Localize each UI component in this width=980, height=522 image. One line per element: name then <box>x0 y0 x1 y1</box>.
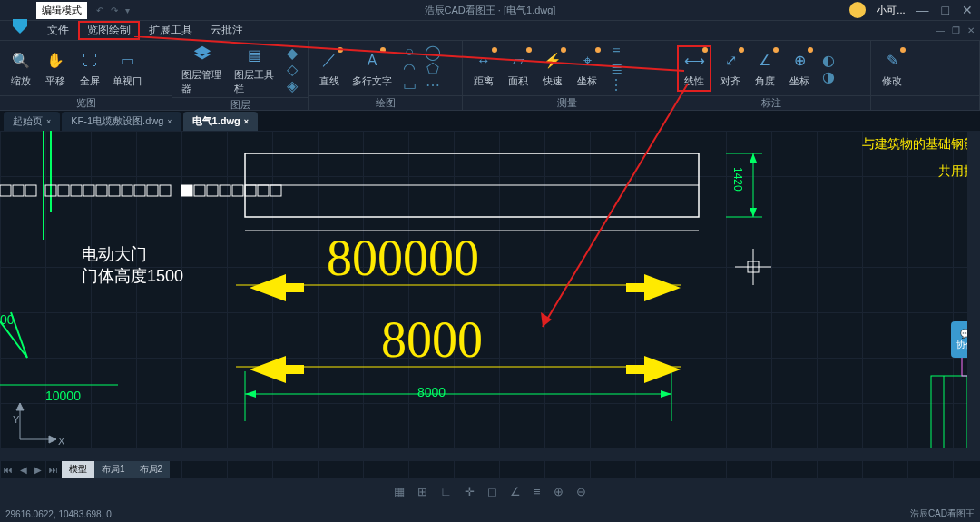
tool-layer-manager[interactable]: 图层管理器 <box>178 41 227 97</box>
tab-kf1[interactable]: KF-1电缆敷设图.dwg× <box>62 112 181 131</box>
grid-icon[interactable]: ⊞ <box>417 485 427 498</box>
layout-nav-last-icon[interactable]: ⏭ <box>45 465 62 475</box>
status-icons: ▦ ⊞ ∟ ✛ ◻ ∠ ≡ ⊕ ⊖ <box>0 478 980 506</box>
tool-linear[interactable]: ⟷线性 <box>677 45 711 92</box>
tool-line[interactable]: ／直线 <box>314 47 345 90</box>
mini-minimize-icon[interactable]: — <box>936 25 945 35</box>
measure-mini-2-icon[interactable]: ≣ <box>606 61 626 75</box>
polar-icon[interactable]: ✛ <box>465 485 475 498</box>
zoom-minus-icon[interactable]: ⊖ <box>576 485 586 498</box>
svg-rect-7 <box>25 185 36 196</box>
snap-icon[interactable]: ▦ <box>394 485 405 498</box>
osnap-icon[interactable]: ◻ <box>487 485 497 498</box>
layout-nav-first-icon[interactable]: ⏮ <box>0 465 16 475</box>
tab-close-icon[interactable]: × <box>167 117 172 126</box>
tool-mtext[interactable]: A多行文字 <box>348 47 396 90</box>
drawing-viewport[interactable]: 电动大门 门体高度1500 00 10000 8000 1420 与建筑物的基础… <box>0 131 980 478</box>
tool-modify[interactable]: ✎修改 <box>877 47 907 90</box>
layer-toolbar-icon: ▤ <box>242 43 266 66</box>
menu-ext-tools[interactable]: 扩展工具 <box>140 21 201 40</box>
tool-coord-measure[interactable]: ⌖坐标 <box>572 47 603 90</box>
ribbon-group-measure: ↔距离 ▱面积 ⚡快速 ⌖坐标 ≡≣⋮ 测量 <box>463 41 671 110</box>
svg-rect-17 <box>160 185 171 196</box>
svg-rect-23 <box>245 185 256 196</box>
layout-tab-2[interactable]: 布局2 <box>132 461 171 478</box>
fullscreen-icon: ⛶ <box>78 49 102 73</box>
tab-home[interactable]: 起始页× <box>4 112 60 131</box>
layer-mini-1-icon[interactable]: ◆ <box>282 45 302 60</box>
maximize-icon[interactable]: □ <box>942 3 949 17</box>
measure-mini-1-icon[interactable]: ≡ <box>606 44 626 59</box>
undo-icon[interactable]: ↶ <box>96 5 103 15</box>
draw-mini-1-icon[interactable]: ○ <box>399 44 419 59</box>
layer-mini-3-icon[interactable]: ◈ <box>282 78 302 93</box>
annot-mini-2-icon[interactable]: ◑ <box>818 69 838 84</box>
tool-pan[interactable]: ✋平移 <box>40 47 71 90</box>
app-logo-icon[interactable] <box>7 14 33 39</box>
svg-rect-22 <box>232 185 243 196</box>
tool-zoom[interactable]: 🔍缩放 <box>5 47 36 90</box>
tool-fullscreen[interactable]: ⛶全屏 <box>74 47 105 90</box>
dim-1420: 1420 <box>731 167 744 192</box>
linear-dim-icon: ⟷ <box>682 49 706 73</box>
layout-nav-next-icon[interactable]: ▶ <box>31 465 45 475</box>
layout-tab-1[interactable]: 布局1 <box>94 461 132 478</box>
tool-coord-annot[interactable]: ⊕坐标 <box>784 47 815 90</box>
draw-mini-5-icon[interactable]: ⬠ <box>423 61 443 75</box>
ribbon-group-modify: ✎修改 <box>871 41 980 110</box>
layout-tab-model[interactable]: 模型 <box>62 461 94 478</box>
ribbon-group-label: 测量 <box>463 95 671 110</box>
layer-mini-2-icon[interactable]: ◇ <box>282 62 302 76</box>
avatar[interactable] <box>849 2 866 18</box>
redo-icon[interactable]: ↷ <box>111 5 118 15</box>
draw-mini-3-icon[interactable]: ▭ <box>399 77 419 92</box>
svg-rect-18 <box>181 185 192 196</box>
scrollbar-vertical[interactable] <box>967 131 980 461</box>
mini-close-icon[interactable]: ✕ <box>967 25 975 35</box>
svg-rect-12 <box>96 185 107 196</box>
menu-view-draw[interactable]: 览图绘制 <box>78 21 140 40</box>
draw-mini-6-icon[interactable]: ⋯ <box>423 77 443 92</box>
svg-rect-24 <box>258 185 269 196</box>
zoom-plus-icon[interactable]: ⊕ <box>554 485 564 498</box>
annot-mini-1-icon[interactable]: ◐ <box>818 53 838 67</box>
tool-quick[interactable]: ⚡快速 <box>537 47 568 90</box>
coord-icon: ⌖ <box>575 49 599 73</box>
menu-cloud-annot[interactable]: 云批注 <box>201 21 252 40</box>
mini-restore-icon[interactable]: ❐ <box>952 25 960 35</box>
menubar: 文件 览图绘制 扩展工具 云批注 — ❐ ✕ <box>0 20 980 40</box>
distance-icon: ↔ <box>472 49 495 73</box>
zoom-icon: 🔍 <box>9 49 33 73</box>
scrollbar-horizontal[interactable] <box>0 448 967 461</box>
tool-distance[interactable]: ↔距离 <box>468 47 499 90</box>
tool-viewport[interactable]: ▭单视口 <box>109 47 146 90</box>
tab-close-icon[interactable]: × <box>244 117 249 126</box>
tab-close-icon[interactable]: × <box>46 117 51 126</box>
draw-mini-2-icon[interactable]: ◠ <box>399 61 419 75</box>
tool-area[interactable]: ▱面积 <box>503 47 534 90</box>
tool-layer-toolbar[interactable]: ▤图层工具栏 <box>230 41 279 97</box>
tool-aligned[interactable]: ⤢对齐 <box>715 47 746 90</box>
svg-marker-30 <box>750 208 757 217</box>
ortho-icon[interactable]: ∟ <box>440 485 452 498</box>
tool-angle[interactable]: ∠角度 <box>750 47 780 90</box>
svg-marker-44 <box>16 403 24 410</box>
draw-mini-4-icon[interactable]: ◯ <box>423 44 443 59</box>
tab-elec1[interactable]: 电气1.dwg× <box>183 112 258 131</box>
menu-file[interactable]: 文件 <box>38 21 78 40</box>
svg-rect-16 <box>147 185 158 196</box>
text-icon: A <box>360 49 384 73</box>
minimize-icon[interactable]: — <box>916 3 929 17</box>
measure-mini-3-icon[interactable]: ⋮ <box>606 77 626 92</box>
ribbon: 🔍缩放 ✋平移 ⛶全屏 ▭单视口 览图 图层管理器 ▤图层工具栏 ◆ ◇ ◈ 图… <box>0 40 980 111</box>
quick-icon: ⚡ <box>541 49 564 73</box>
dropdown-icon[interactable]: ▾ <box>125 5 130 15</box>
dim-10000: 10000 <box>45 389 81 403</box>
ribbon-group-view: 🔍缩放 ✋平移 ⛶全屏 ▭单视口 览图 <box>0 41 172 110</box>
otrack-icon[interactable]: ∠ <box>510 485 521 498</box>
svg-rect-11 <box>83 185 94 196</box>
lineweight-icon[interactable]: ≡ <box>534 485 541 498</box>
close-icon[interactable]: ✕ <box>962 3 973 17</box>
ribbon-group-annotate: ⟷线性 ⤢对齐 ∠角度 ⊕坐标 ◐◑ 标注 <box>671 41 871 110</box>
layout-nav-prev-icon[interactable]: ◀ <box>16 465 31 475</box>
